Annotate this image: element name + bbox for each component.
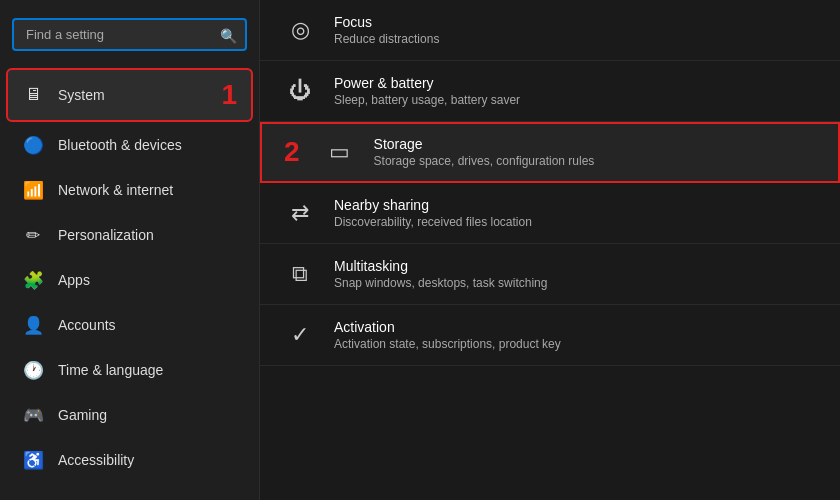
sidebar-item-label-time: Time & language: [58, 362, 163, 378]
setting-item-activation[interactable]: ✓ActivationActivation state, subscriptio…: [260, 305, 840, 366]
setting-item-power[interactable]: ⏻Power & batterySleep, battery usage, ba…: [260, 61, 840, 122]
sidebar-item-time[interactable]: 🕐Time & language: [6, 348, 253, 392]
settings-content: ◎FocusReduce distractions⏻Power & batter…: [260, 0, 840, 500]
sidebar-item-personalization[interactable]: ✏Personalization: [6, 213, 253, 257]
power-text: Power & batterySleep, battery usage, bat…: [334, 75, 816, 107]
activation-icon: ✓: [284, 319, 316, 351]
activation-title: Activation: [334, 319, 816, 335]
time-icon: 🕐: [22, 359, 44, 381]
sidebar-item-label-apps: Apps: [58, 272, 90, 288]
multitasking-title: Multitasking: [334, 258, 816, 274]
sidebar-item-label-system: System: [58, 87, 105, 103]
sidebar-item-label-accessibility: Accessibility: [58, 452, 134, 468]
sidebar: 🔍 🖥System1🔵Bluetooth & devices📶Network &…: [0, 0, 260, 500]
accessibility-icon: ♿: [22, 449, 44, 471]
focus-text: FocusReduce distractions: [334, 14, 816, 46]
sidebar-item-label-gaming: Gaming: [58, 407, 107, 423]
setting-item-focus[interactable]: ◎FocusReduce distractions: [260, 0, 840, 61]
sidebar-item-accounts[interactable]: 👤Accounts: [6, 303, 253, 347]
focus-title: Focus: [334, 14, 816, 30]
sidebar-item-accessibility[interactable]: ♿Accessibility: [6, 438, 253, 482]
nearby-text: Nearby sharingDiscoverability, received …: [334, 197, 816, 229]
sidebar-item-system[interactable]: 🖥System1: [6, 68, 253, 122]
setting-item-nearby[interactable]: ⇄Nearby sharingDiscoverability, received…: [260, 183, 840, 244]
sidebar-item-label-network: Network & internet: [58, 182, 173, 198]
storage-subtitle: Storage space, drives, configuration rul…: [374, 154, 816, 168]
multitasking-icon: ⧉: [284, 258, 316, 290]
setting-item-multitasking[interactable]: ⧉MultitaskingSnap windows, desktops, tas…: [260, 244, 840, 305]
search-icon: 🔍: [220, 27, 237, 43]
multitasking-subtitle: Snap windows, desktops, task switching: [334, 276, 816, 290]
search-wrapper: 🔍: [0, 10, 259, 67]
badge-1: 1: [221, 79, 237, 111]
power-title: Power & battery: [334, 75, 816, 91]
storage-icon: ▭: [324, 136, 356, 168]
nearby-icon: ⇄: [284, 197, 316, 229]
focus-icon: ◎: [284, 14, 316, 46]
gaming-icon: 🎮: [22, 404, 44, 426]
focus-subtitle: Reduce distractions: [334, 32, 816, 46]
activation-text: ActivationActivation state, subscription…: [334, 319, 816, 351]
badge-2: 2: [284, 136, 300, 168]
power-subtitle: Sleep, battery usage, battery saver: [334, 93, 816, 107]
sidebar-item-apps[interactable]: 🧩Apps: [6, 258, 253, 302]
storage-title: Storage: [374, 136, 816, 152]
sidebar-item-label-personalization: Personalization: [58, 227, 154, 243]
storage-text: StorageStorage space, drives, configurat…: [374, 136, 816, 168]
sidebar-item-label-accounts: Accounts: [58, 317, 116, 333]
activation-subtitle: Activation state, subscriptions, product…: [334, 337, 816, 351]
power-icon: ⏻: [284, 75, 316, 107]
search-input[interactable]: [12, 18, 247, 51]
accounts-icon: 👤: [22, 314, 44, 336]
sidebar-item-label-bluetooth: Bluetooth & devices: [58, 137, 182, 153]
personalization-icon: ✏: [22, 224, 44, 246]
setting-item-storage[interactable]: 2▭StorageStorage space, drives, configur…: [260, 122, 840, 183]
bluetooth-icon: 🔵: [22, 134, 44, 156]
apps-icon: 🧩: [22, 269, 44, 291]
network-icon: 📶: [22, 179, 44, 201]
nearby-subtitle: Discoverability, received files location: [334, 215, 816, 229]
system-icon: 🖥: [22, 84, 44, 106]
sidebar-item-gaming[interactable]: 🎮Gaming: [6, 393, 253, 437]
sidebar-item-network[interactable]: 📶Network & internet: [6, 168, 253, 212]
multitasking-text: MultitaskingSnap windows, desktops, task…: [334, 258, 816, 290]
sidebar-item-bluetooth[interactable]: 🔵Bluetooth & devices: [6, 123, 253, 167]
nearby-title: Nearby sharing: [334, 197, 816, 213]
